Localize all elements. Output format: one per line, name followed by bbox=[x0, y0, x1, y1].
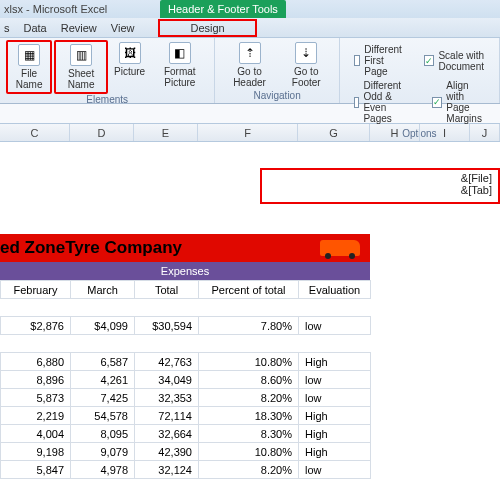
cell[interactable]: 42,390 bbox=[135, 443, 199, 461]
header-code-tab: &[Tab] bbox=[268, 184, 492, 196]
cell[interactable]: 10.80% bbox=[199, 443, 299, 461]
menu-bar: s Data Review View Design bbox=[0, 18, 500, 38]
header-section-right[interactable]: &[File] &[Tab] bbox=[260, 168, 500, 204]
col-header-g[interactable]: G bbox=[298, 124, 370, 141]
cell[interactable]: 4,261 bbox=[71, 371, 135, 389]
cell[interactable]: 4,004 bbox=[1, 425, 71, 443]
sheet-icon: ▥ bbox=[70, 44, 92, 66]
picture-label: Picture bbox=[114, 66, 145, 77]
table-row[interactable]: 5,8474,97832,1248.20%low bbox=[1, 461, 371, 479]
cell[interactable]: 8.20% bbox=[199, 461, 299, 479]
cell[interactable]: High bbox=[299, 407, 371, 425]
company-name: ed ZoneTyre Company bbox=[0, 238, 182, 258]
menu-review[interactable]: Review bbox=[61, 22, 97, 34]
cell[interactable]: low bbox=[299, 371, 371, 389]
table-row[interactable]: 9,1989,07942,39010.80%High bbox=[1, 443, 371, 461]
expenses-table: February March Total Percent of total Ev… bbox=[0, 280, 371, 479]
cell[interactable]: 54,578 bbox=[71, 407, 135, 425]
file-name-label: File Name bbox=[12, 68, 46, 90]
cell[interactable]: 2,219 bbox=[1, 407, 71, 425]
table-row[interactable]: 6,8806,58742,76310.80%High bbox=[1, 353, 371, 371]
cell[interactable]: 8.20% bbox=[199, 389, 299, 407]
cell[interactable]: 34,049 bbox=[135, 371, 199, 389]
table-header-row: February March Total Percent of total Ev… bbox=[1, 281, 371, 299]
opt-label: Different First Page bbox=[364, 44, 406, 77]
cell[interactable]: 8.60% bbox=[199, 371, 299, 389]
cell[interactable]: 9,198 bbox=[1, 443, 71, 461]
table-row[interactable]: 2,21954,57872,11418.30%High bbox=[1, 407, 371, 425]
contextual-tab-title: Header & Footer Tools bbox=[160, 0, 286, 18]
col-header-c[interactable]: C bbox=[0, 124, 70, 141]
col-header-j[interactable]: J bbox=[470, 124, 500, 141]
cell[interactable]: 72,114 bbox=[135, 407, 199, 425]
chk-scale-doc[interactable]: ✓Scale with Document bbox=[424, 44, 485, 77]
tab-design[interactable]: Design bbox=[158, 19, 256, 37]
cell[interactable]: 32,124 bbox=[135, 461, 199, 479]
cell[interactable]: 10.80% bbox=[199, 353, 299, 371]
goto-footer-icon: ⇣ bbox=[295, 42, 317, 64]
ribbon: ▦ File Name ▥ Sheet Name 🖼 Picture ◧ For… bbox=[0, 38, 500, 104]
cell[interactable]: 32,664 bbox=[135, 425, 199, 443]
picture-icon: 🖼 bbox=[119, 42, 141, 64]
th-pct[interactable]: Percent of total bbox=[199, 281, 299, 299]
goto-footer-button[interactable]: ⇣ Go to Footer bbox=[280, 40, 333, 90]
cell[interactable]: 8.30% bbox=[199, 425, 299, 443]
cell[interactable]: High bbox=[299, 443, 371, 461]
chk-align-margins[interactable]: ✓Align with Page Margins bbox=[432, 80, 485, 124]
file-name-button[interactable]: ▦ File Name bbox=[6, 40, 52, 94]
cell[interactable]: 7.80% bbox=[199, 317, 299, 335]
cell[interactable]: 42,763 bbox=[135, 353, 199, 371]
cell[interactable]: low bbox=[299, 461, 371, 479]
opt-label: Align with Page Margins bbox=[446, 80, 485, 124]
company-title-bar: ed ZoneTyre Company bbox=[0, 234, 370, 262]
cell[interactable]: High bbox=[299, 353, 371, 371]
picture-button[interactable]: 🖼 Picture bbox=[110, 40, 149, 94]
cell[interactable]: low bbox=[299, 389, 371, 407]
col-header-h[interactable]: H bbox=[370, 124, 420, 141]
th-total[interactable]: Total bbox=[135, 281, 199, 299]
format-picture-button[interactable]: ◧ Format Picture bbox=[151, 40, 208, 94]
table-row[interactable]: 8,8964,26134,0498.60%low bbox=[1, 371, 371, 389]
goto-header-button[interactable]: ⇡ Go to Header bbox=[221, 40, 277, 90]
table-row[interactable]: 5,8737,42532,3538.20%low bbox=[1, 389, 371, 407]
table-row[interactable]: $2,876$4,099$30,5947.80%low bbox=[1, 317, 371, 335]
cell[interactable]: High bbox=[299, 425, 371, 443]
cell[interactable]: 18.30% bbox=[199, 407, 299, 425]
cell[interactable]: 6,587 bbox=[71, 353, 135, 371]
cell[interactable]: $2,876 bbox=[1, 317, 71, 335]
cell[interactable]: 4,978 bbox=[71, 461, 135, 479]
col-header-f[interactable]: F bbox=[198, 124, 298, 141]
checkbox-icon: ✓ bbox=[424, 55, 434, 66]
cell[interactable]: 9,079 bbox=[71, 443, 135, 461]
group-label-elements: Elements bbox=[6, 94, 208, 107]
cell[interactable]: 5,847 bbox=[1, 461, 71, 479]
chk-diff-odd-even[interactable]: Different Odd & Even Pages bbox=[354, 80, 415, 124]
cell[interactable]: 8,095 bbox=[71, 425, 135, 443]
cell[interactable]: $30,594 bbox=[135, 317, 199, 335]
checkbox-icon bbox=[354, 55, 360, 66]
cell[interactable]: $4,099 bbox=[71, 317, 135, 335]
goto-footer-label: Go to Footer bbox=[284, 66, 329, 88]
checkbox-icon bbox=[354, 97, 360, 108]
col-header-i[interactable]: I bbox=[420, 124, 470, 141]
cell[interactable]: 7,425 bbox=[71, 389, 135, 407]
table-row[interactable]: 4,0048,09532,6648.30%High bbox=[1, 425, 371, 443]
chk-diff-first-page[interactable]: Different First Page bbox=[354, 44, 407, 77]
th-feb[interactable]: February bbox=[1, 281, 71, 299]
menu-view[interactable]: View bbox=[111, 22, 135, 34]
th-mar[interactable]: March bbox=[71, 281, 135, 299]
col-header-e[interactable]: E bbox=[134, 124, 198, 141]
cell[interactable]: 6,880 bbox=[1, 353, 71, 371]
menu-item[interactable]: s bbox=[4, 22, 10, 34]
cell[interactable]: low bbox=[299, 317, 371, 335]
cell[interactable]: 5,873 bbox=[1, 389, 71, 407]
table-row bbox=[1, 335, 371, 353]
th-eval[interactable]: Evaluation bbox=[299, 281, 371, 299]
cell[interactable]: 8,896 bbox=[1, 371, 71, 389]
menu-data[interactable]: Data bbox=[24, 22, 47, 34]
sheet-name-button[interactable]: ▥ Sheet Name bbox=[54, 40, 108, 94]
cell[interactable]: 32,353 bbox=[135, 389, 199, 407]
col-header-d[interactable]: D bbox=[70, 124, 134, 141]
opt-label: Different Odd & Even Pages bbox=[363, 80, 414, 124]
goto-header-label: Go to Header bbox=[225, 66, 273, 88]
